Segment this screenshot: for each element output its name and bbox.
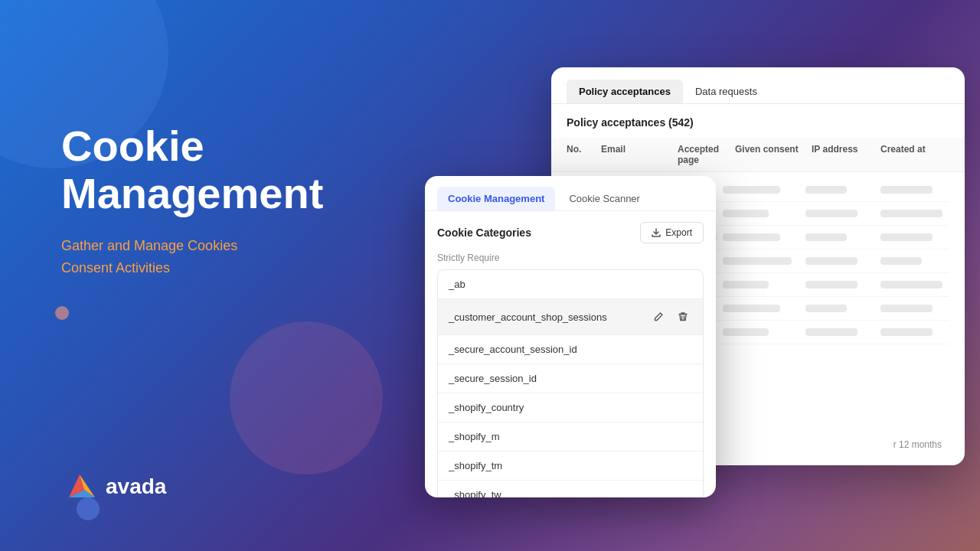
cookie-item-actions	[649, 308, 692, 326]
cookie-item-secure-account[interactable]: _secure_account_session_id	[438, 335, 703, 364]
edit-icon[interactable]	[649, 308, 668, 326]
col-created-at: Created at	[880, 144, 949, 165]
policy-footer: r 12 months	[893, 439, 942, 450]
cookie-item-shopify-m[interactable]: _shopify_m	[438, 422, 703, 452]
cookie-item-secure-session[interactable]: _secure_session_id	[438, 364, 703, 393]
logo-text: avada	[106, 474, 166, 499]
cookie-item-shopify-country[interactable]: _shopify_country	[438, 393, 703, 422]
cookie-categories-title: Cookie Categories	[437, 227, 531, 239]
skeleton	[805, 305, 847, 312]
cookie-panel: Cookie Management Cookie Scanner Cookie …	[425, 176, 716, 497]
cookie-tabs: Cookie Management Cookie Scanner	[425, 176, 716, 211]
logo-area: avada	[61, 468, 166, 505]
policy-table-header: No. Email Accepted page Given consent IP…	[551, 138, 965, 172]
col-ip-address: IP address	[812, 144, 880, 165]
skeleton	[805, 257, 858, 265]
skeleton	[723, 257, 792, 265]
policy-tabs: Policy acceptances Data requests	[551, 67, 965, 104]
skeleton	[880, 210, 942, 217]
bg-dot-1	[55, 306, 69, 320]
policy-header: Policy acceptances (542)	[551, 104, 965, 138]
col-email: Email	[601, 144, 678, 165]
skeleton	[805, 281, 858, 289]
skeleton	[880, 281, 942, 289]
skeleton	[880, 328, 933, 336]
main-title: Cookie Management	[61, 122, 368, 217]
skeleton	[880, 233, 933, 241]
cookie-item-ab[interactable]: _ab	[438, 270, 703, 299]
bg-decoration-2	[230, 321, 383, 474]
export-button[interactable]: Export	[640, 222, 704, 243]
subtitle: Gather and Manage Cookies Consent Activi…	[61, 235, 368, 279]
delete-icon[interactable]	[674, 308, 692, 326]
skeleton	[880, 257, 922, 265]
cookie-item-shopify-tm[interactable]: _shopify_tm	[438, 452, 703, 481]
skeleton	[805, 233, 847, 241]
skeleton	[723, 210, 769, 217]
skeleton	[723, 186, 780, 194]
col-no: No.	[567, 144, 601, 165]
cookie-list: _ab _customer_account_shop_sessions _sec…	[437, 269, 704, 497]
skeleton	[723, 328, 769, 336]
policy-tab-requests[interactable]: Data requests	[683, 80, 769, 103]
cookie-tab-management[interactable]: Cookie Management	[437, 187, 555, 210]
cookie-tab-scanner[interactable]: Cookie Scanner	[558, 187, 651, 210]
skeleton	[805, 210, 858, 217]
avada-logo-icon	[61, 468, 98, 505]
skeleton	[723, 281, 769, 289]
col-given-consent: Given consent	[735, 144, 812, 165]
cookie-item-customer-account[interactable]: _customer_account_shop_sessions	[438, 299, 703, 335]
export-icon	[652, 228, 661, 237]
left-content: Cookie Management Gather and Manage Cook…	[61, 122, 368, 279]
policy-tab-acceptances[interactable]: Policy acceptances	[567, 80, 683, 103]
skeleton	[880, 186, 933, 194]
skeleton	[723, 233, 780, 241]
skeleton	[805, 328, 858, 336]
skeleton	[880, 305, 933, 312]
cookie-panel-header: Cookie Categories Export	[425, 211, 716, 249]
skeleton	[723, 305, 780, 312]
skeleton	[805, 186, 847, 194]
strictly-require-label: Strictly Require	[425, 249, 716, 269]
cookie-item-shopify-tw[interactable]: _shopify_tw	[438, 481, 703, 497]
col-accepted-page: Accepted page	[678, 144, 735, 165]
